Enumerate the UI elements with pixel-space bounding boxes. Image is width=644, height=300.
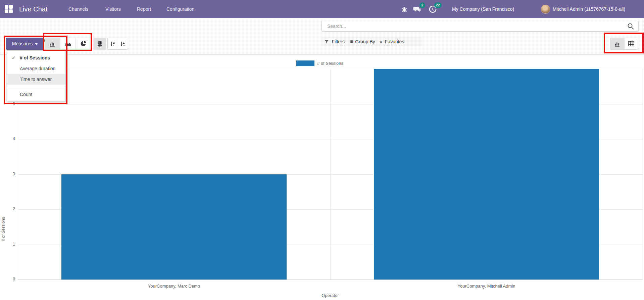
gridline-x-1 bbox=[330, 69, 331, 280]
group-by-icon: ≡ bbox=[350, 39, 353, 44]
measures-item-count[interactable]: Count bbox=[7, 89, 65, 100]
chart-legend[interactable]: # of Sessions bbox=[296, 60, 343, 66]
y-tick-label-4: 4 bbox=[2, 136, 15, 141]
nav-item-channels[interactable]: Channels bbox=[68, 0, 88, 18]
measures-item-label: Average duration bbox=[20, 66, 55, 71]
measures-dropdown-menu: ✓# of Sessions Average duration Time to … bbox=[7, 50, 66, 102]
bar-chart: # of Sessions # of Sessions Operator 012… bbox=[0, 55, 644, 300]
legend-label: # of Sessions bbox=[317, 61, 343, 66]
measures-button-label: Measures bbox=[12, 41, 33, 46]
x-category-label-0: YourCompany, Marc Demo bbox=[104, 284, 245, 289]
chart-type-group bbox=[45, 38, 91, 50]
y-tick-label-5: 5 bbox=[2, 101, 15, 106]
measures-item-average-duration[interactable]: Average duration bbox=[7, 63, 65, 74]
x-category-label-1: YourCompany, Mitchell Admin bbox=[416, 284, 557, 289]
y-tick-label-0: 0 bbox=[2, 277, 15, 282]
measures-item-time-to-answer[interactable]: Time to answer bbox=[7, 74, 65, 85]
filters-label: Filters bbox=[332, 39, 345, 44]
bar-chart-button[interactable] bbox=[45, 38, 60, 49]
control-panel: Operator Analysis Filters ≡Group By ★Fav… bbox=[0, 18, 644, 55]
graph-view-button[interactable] bbox=[610, 38, 625, 49]
measures-item-label: Count bbox=[20, 92, 32, 97]
favorites-button[interactable]: ★Favorites bbox=[379, 37, 404, 47]
x-axis-title: Operator bbox=[321, 293, 339, 298]
check-icon: ✓ bbox=[12, 52, 16, 63]
measures-item-label: # of Sessions bbox=[20, 55, 50, 60]
y-tick-label-3: 3 bbox=[2, 172, 15, 176]
sort-descending-icon bbox=[110, 41, 115, 46]
apps-menu-icon[interactable] bbox=[5, 5, 13, 13]
apps-grid-square bbox=[9, 9, 13, 13]
sort-group bbox=[107, 38, 128, 50]
bar-0[interactable] bbox=[61, 174, 286, 280]
measures-button[interactable]: Measures bbox=[6, 38, 44, 50]
gridline-x-2 bbox=[643, 69, 643, 280]
filters-strip: Filters ≡Group By ★Favorites bbox=[321, 37, 422, 47]
measures-item-label: Time to answer bbox=[20, 77, 52, 82]
user-avatar[interactable] bbox=[541, 5, 550, 14]
group-by-button[interactable]: ≡Group By bbox=[350, 37, 375, 47]
y-tick-label-1: 1 bbox=[2, 242, 15, 247]
bug-icon[interactable] bbox=[401, 6, 408, 13]
favorite-star-icon: ★ bbox=[379, 40, 383, 44]
search-input[interactable] bbox=[327, 21, 623, 31]
menu-separator bbox=[7, 87, 65, 87]
legend-color-swatch bbox=[296, 60, 314, 66]
stacked-button[interactable] bbox=[94, 38, 106, 50]
apps-grid-square bbox=[5, 5, 8, 9]
sort-ascending-icon bbox=[120, 41, 126, 46]
group-by-label: Group By bbox=[355, 39, 375, 44]
view-switcher-group bbox=[610, 38, 638, 50]
stacked-database-icon bbox=[97, 41, 103, 47]
pivot-view-button[interactable] bbox=[625, 38, 638, 49]
messages-badge[interactable]: 2 bbox=[419, 2, 425, 8]
pie-chart-button[interactable] bbox=[76, 38, 91, 49]
apps-grid-square bbox=[9, 5, 13, 9]
nav-item-visitors[interactable]: Visitors bbox=[105, 0, 121, 18]
sort-ascending-button[interactable] bbox=[118, 38, 128, 49]
apps-grid-square bbox=[5, 9, 8, 13]
pivot-table-icon bbox=[628, 41, 634, 46]
area-chart-icon bbox=[65, 41, 71, 46]
screen: Live Chat Channels Visitors Report Confi… bbox=[0, 0, 644, 300]
sort-descending-button[interactable] bbox=[108, 38, 118, 49]
graph-view-icon bbox=[614, 41, 621, 47]
measures-item-sessions[interactable]: ✓# of Sessions bbox=[7, 52, 65, 63]
activities-badge[interactable]: 22 bbox=[434, 2, 442, 8]
line-chart-button[interactable] bbox=[60, 38, 76, 49]
top-navbar: Live Chat Channels Visitors Report Confi… bbox=[0, 0, 644, 18]
y-tick-label-2: 2 bbox=[2, 207, 15, 211]
bar-chart-icon bbox=[49, 41, 56, 47]
search-icon[interactable] bbox=[627, 23, 634, 30]
messages-icon[interactable] bbox=[413, 6, 420, 13]
pie-chart-icon bbox=[81, 41, 87, 47]
gridline-y-0 bbox=[18, 280, 643, 280]
nav-item-configuration[interactable]: Configuration bbox=[166, 0, 194, 18]
nav-item-report[interactable]: Report bbox=[137, 0, 151, 18]
favorites-label: Favorites bbox=[385, 39, 404, 44]
user-menu[interactable]: Mitchell Admin (11576767-15-0-all) bbox=[553, 0, 625, 18]
filters-button[interactable]: Filters bbox=[325, 37, 345, 47]
search-box bbox=[321, 21, 639, 32]
app-name[interactable]: Live Chat bbox=[19, 0, 48, 18]
filter-funnel-icon bbox=[325, 39, 330, 44]
bar-1[interactable] bbox=[374, 69, 599, 280]
company-switcher[interactable]: My Company (San Francisco) bbox=[452, 0, 514, 18]
y-axis-title: # of Sessions bbox=[1, 217, 6, 241]
chevron-down-icon bbox=[35, 43, 38, 45]
